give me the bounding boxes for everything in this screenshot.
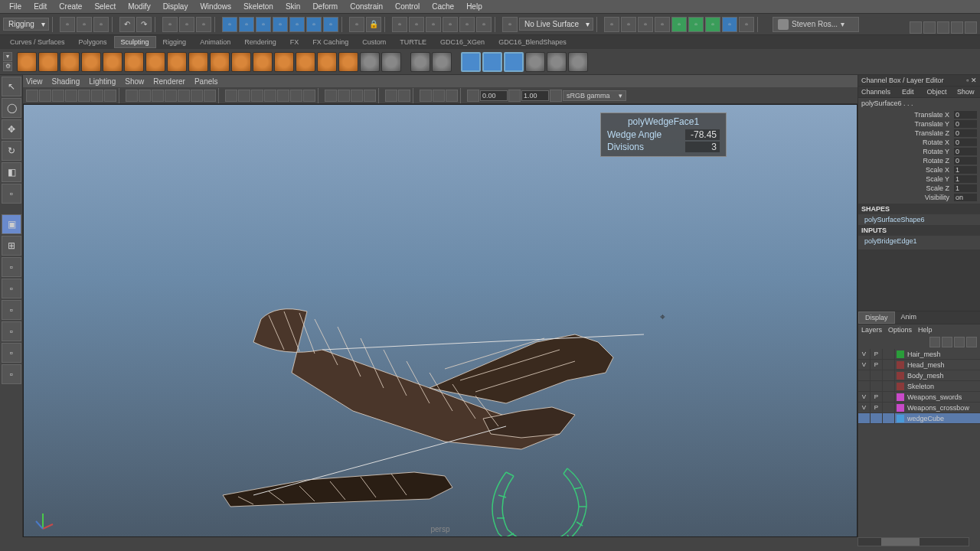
snap-plane-icon[interactable]: ▫ [273,17,288,32]
shelf-tab-custom[interactable]: Custom [355,36,393,48]
sculpt-brush-6-icon[interactable] [124,52,144,72]
layer-type-toggle[interactable] [883,370,895,380]
snap-toggle-icon[interactable]: ▫ [323,17,338,32]
layer-type-toggle[interactable] [883,392,895,402]
new-scene-icon[interactable]: ▫ [60,17,75,32]
sculpt-brush-2-icon[interactable] [38,52,58,72]
layer-vis-toggle[interactable] [858,413,871,423]
layer-type-toggle[interactable] [883,360,895,370]
sculpt-ref-icon[interactable] [568,52,588,72]
vp-exposure-input[interactable] [480,90,508,101]
menu-cache[interactable]: Cache [426,2,460,11]
vp-btn-4-icon[interactable] [65,90,77,102]
vp-menu-panels[interactable]: Panels [194,77,218,86]
sculpt-brush-12-icon[interactable] [253,52,273,72]
vp-menu-show[interactable]: Show [125,77,144,86]
vp-btn-27-icon[interactable] [398,90,410,102]
shelf-tab-animation[interactable]: Animation [193,36,237,48]
shelf-tab-curves[interactable]: Curves / Surfaces [3,36,72,48]
attr-value[interactable]: 1 [954,184,977,192]
sculpt-brush-10-icon[interactable] [210,52,230,72]
sculpt-brush-8-icon[interactable] [167,52,187,72]
snap-curve-icon[interactable]: ▫ [239,17,254,32]
vp-btn-3-icon[interactable] [52,90,64,102]
vp-btn-20-icon[interactable] [290,90,302,102]
vp-menu-shading[interactable]: Shading [52,77,80,86]
vp-btn-29-icon[interactable] [433,90,445,102]
menu-select[interactable]: Select [88,2,122,11]
save-scene-icon[interactable]: ▫ [93,17,109,32]
layer-type-toggle[interactable] [883,381,895,391]
layout-four-icon[interactable]: ⊞ [2,236,21,256]
vp-gamma-input[interactable] [521,90,549,101]
menu-skin[interactable]: Skin [279,2,306,11]
shelf-tab-turtle[interactable]: TURTLE [393,36,433,48]
sculpt-brush-18-icon[interactable] [381,52,401,72]
workspace-icon-5[interactable] [965,21,977,34]
vp-btn-22-icon[interactable] [325,90,337,102]
layer-row[interactable]: Body_mesh [858,370,980,381]
attr-value[interactable]: 1 [954,166,977,174]
vp-btn-18-icon[interactable] [264,90,276,102]
workspace-icon-4[interactable] [951,21,963,34]
sculpt-brush-9-icon[interactable] [188,52,208,72]
shelf-tab-polygons[interactable]: Polygons [72,36,114,48]
vp-btn-2-icon[interactable] [39,90,51,102]
layout-7-icon[interactable]: ▫ [705,17,720,32]
sculpt-brush-3-icon[interactable] [60,52,80,72]
snap-grid-icon[interactable]: ▫ [222,17,237,32]
cb-tab-object[interactable]: Object [923,86,952,97]
workspace-icon-2[interactable] [923,21,936,34]
snap-point-icon[interactable]: ▫ [256,17,271,32]
layout-custom5-icon[interactable]: ▫ [2,343,21,363]
vp-colorspace-dropdown[interactable]: sRGB gamma [563,90,626,101]
layer-vis-toggle[interactable]: V [858,360,871,370]
menu-skeleton[interactable]: Skeleton [237,2,279,11]
last-tool-icon[interactable]: ▫ [2,184,21,204]
redo-icon[interactable]: ↷ [136,17,152,32]
menu-display[interactable]: Display [157,2,194,11]
sculpt-brush-17-icon[interactable] [360,52,380,72]
sculpt-sym-1-icon[interactable] [461,52,481,72]
menu-modify[interactable]: Modify [122,2,156,11]
vp-btn-16-icon[interactable] [238,90,250,102]
outliner-icon[interactable]: ▫ [2,364,21,384]
vp-btn-1-icon[interactable] [26,90,38,102]
attr-value[interactable]: 0 [954,139,977,146]
vp-btn-5-icon[interactable] [78,90,90,102]
render-view-icon[interactable]: ▫ [459,17,475,32]
shelf-tab-xgen[interactable]: GDC16_XGen [433,36,492,48]
layer-playback-toggle[interactable] [871,413,883,423]
vp-btn-28-icon[interactable] [420,90,432,102]
menu-windows[interactable]: Windows [194,2,237,11]
vp-btn-6-icon[interactable] [91,90,103,102]
rotate-tool-icon[interactable]: ↻ [2,141,21,161]
select-tool-icon[interactable]: ↖ [2,77,21,96]
layer-vis-toggle[interactable] [858,381,871,391]
layer-row[interactable]: wedgeCube [858,413,980,424]
menu-edit[interactable]: Edit [28,2,53,11]
layout-9-icon[interactable]: ▫ [739,17,754,32]
layer-type-toggle[interactable] [883,413,895,423]
vp-btn-17-icon[interactable] [251,90,263,102]
cb-input-item[interactable]: polyBridgeEdge1 [858,236,980,246]
menu-constrain[interactable]: Constrain [344,2,389,11]
vp-btn-11-icon[interactable] [165,90,177,102]
vp-colormgmt-icon[interactable] [550,90,562,102]
layer-move-down-icon[interactable] [942,337,952,347]
layout-custom1-icon[interactable]: ▫ [2,257,21,277]
sculpt-brush-7-icon[interactable] [145,52,165,72]
attr-value[interactable]: 0 [954,111,977,119]
layout-1-icon[interactable]: ▫ [604,17,619,32]
layout-3-icon[interactable]: ▫ [638,17,653,32]
vp-btn-19-icon[interactable] [277,90,289,102]
layer-scrollbar[interactable] [858,537,969,546]
vp-btn-13-icon[interactable] [191,90,203,102]
cb-object-name[interactable]: polySurface6 . . . [858,98,980,109]
lasso-tool-icon[interactable]: ◯ [2,98,21,118]
menu-deform[interactable]: Deform [306,2,344,11]
lasso-icon[interactable]: ▫ [179,17,194,32]
snap-live-icon[interactable]: ▫ [289,17,305,32]
layer-type-toggle[interactable] [883,349,895,359]
sculpt-falloff-2-icon[interactable] [432,52,452,72]
